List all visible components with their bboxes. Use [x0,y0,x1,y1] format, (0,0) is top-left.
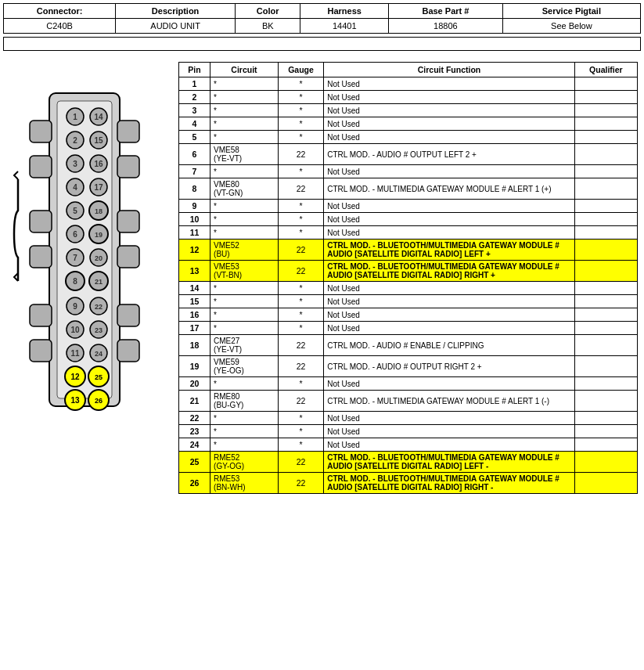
pin-number: 16 [179,308,210,322]
circuit-code: RME52 (GY-OG) [210,452,279,473]
circuit-code: * [210,295,279,308]
gauge-value: * [278,377,323,391]
gauge-value: * [278,200,323,213]
circuit-code: * [210,425,279,438]
circuit-code: * [210,91,279,104]
qualifier-value [574,178,637,200]
pin-table: Pin Circuit Gauge Circuit Function Quali… [178,62,638,494]
cell-color: BK [236,19,300,34]
svg-rect-3 [30,156,52,178]
circuit-code: * [210,282,279,295]
circuit-code: * [210,322,279,335]
circuit-function: CTRL MOD. - MULTIMEDIA GATEWAY MODULE # … [324,178,575,200]
pin-number: 20 [179,377,210,391]
qualifier-value [574,240,637,261]
table-row: 11**Not Used [179,226,638,240]
pin-number: 1 [179,77,210,91]
col-connector: Connector: [4,4,116,19]
gauge-value: * [278,438,323,452]
svg-rect-5 [30,246,52,268]
main-content: 1 2 3 4 5 6 7 8 9 10 [3,59,641,497]
svg-rect-8 [117,121,139,142]
svg-text:7: 7 [73,254,77,262]
qualifier-value [574,377,637,391]
svg-rect-4 [30,211,52,232]
table-row: 4**Not Used [179,117,638,131]
table-row: 23**Not Used [179,425,638,438]
table-row: 5**Not Used [179,131,638,144]
pin-number: 26 [179,473,210,494]
circuit-function: Not Used [324,425,575,438]
header-table: Connector: Description Color Harness Bas… [3,3,641,34]
svg-text:26: 26 [95,397,103,405]
circuit-code: * [210,117,279,131]
qualifier-value [574,356,637,377]
gauge-value: * [278,91,323,104]
circuit-code: * [210,165,279,178]
gauge-value: 22 [278,335,323,356]
circuit-code: RME80 (BU-GY) [210,391,279,412]
svg-text:21: 21 [95,278,103,286]
gauge-value: * [278,322,323,335]
qualifier-value [574,473,637,494]
circuit-function: Not Used [324,295,575,308]
svg-text:14: 14 [94,113,103,121]
gauge-value: * [278,213,323,226]
circuit-code: * [210,77,279,91]
pin-table-container: Pin Circuit Gauge Circuit Function Quali… [178,62,638,494]
svg-text:12: 12 [70,373,80,381]
svg-rect-10 [117,211,139,232]
svg-text:10: 10 [70,326,80,334]
circuit-function: Not Used [324,104,575,117]
gauge-value: * [278,226,323,240]
qualifier-value [574,322,637,335]
gauge-value: 22 [278,144,323,165]
pin-number: 21 [179,391,210,412]
gauge-value: * [278,425,323,438]
circuit-function: CTRL MOD. - AUDIO # ENABLE / CLIPPING [324,335,575,356]
circuit-function: Not Used [324,213,575,226]
table-row: 1**Not Used [179,77,638,91]
gauge-value: 22 [278,240,323,261]
qualifier-value [574,335,637,356]
circuit-code: * [210,213,279,226]
table-row: 16**Not Used [179,308,638,322]
qualifier-value [574,438,637,452]
circuit-code: RME53 (BN-WH) [210,473,279,494]
circuit-code: * [210,438,279,452]
table-row: 14**Not Used [179,282,638,295]
circuit-code: VME58 (YE-VT) [210,144,279,165]
table-row: 3**Not Used [179,104,638,117]
table-row: 10**Not Used [179,213,638,226]
qualifier-value [574,412,637,425]
pin-number: 2 [179,91,210,104]
gauge-value: * [278,295,323,308]
circuit-function: Not Used [324,117,575,131]
svg-text:18: 18 [95,207,103,215]
gauge-value: 22 [278,473,323,494]
table-row: 13VME53 (VT-BN)22CTRL MOD. - BLUETOOTH/M… [179,261,638,282]
qualifier-value [574,213,637,226]
gauge-value: 22 [278,356,323,377]
circuit-code: * [210,200,279,213]
table-row: 2**Not Used [179,91,638,104]
qualifier-value [574,131,637,144]
svg-text:6: 6 [73,230,77,239]
svg-rect-2 [30,121,52,142]
circuit-function: Not Used [324,308,575,322]
table-row: 7**Not Used [179,165,638,178]
gauge-value: 22 [278,178,323,200]
table-row: 8VME80 (VT-GN)22CTRL MOD. - MULTIMEDIA G… [179,178,638,200]
circuit-function: Not Used [324,377,575,391]
table-row: 17**Not Used [179,322,638,335]
qualifier-value [574,200,637,213]
qualifier-value [574,282,637,295]
pin-number: 14 [179,282,210,295]
pin-number: 19 [179,356,210,377]
qualifier-value [574,165,637,178]
svg-text:23: 23 [95,326,103,334]
circuit-function: CTRL MOD. - BLUETOOTH/MULTIMEDIA GATEWAY… [324,473,575,494]
circuit-code: VME52 (BU) [210,240,279,261]
svg-rect-7 [30,340,52,362]
cell-service-pigtail: See Below [502,19,640,34]
